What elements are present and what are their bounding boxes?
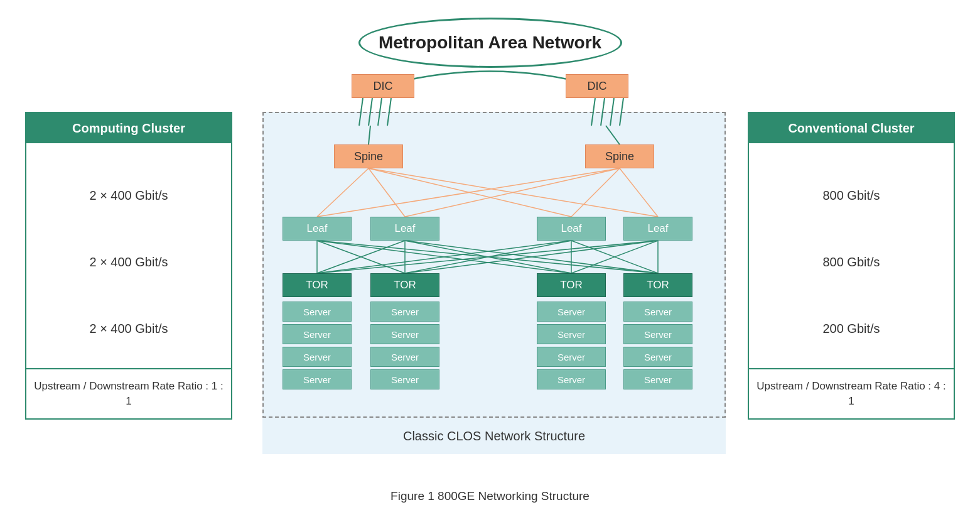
dic-left: DIC <box>352 74 414 98</box>
server-c4r2: Server <box>623 324 692 344</box>
dic-right: DIC <box>566 74 628 98</box>
server-c1r3: Server <box>283 347 352 367</box>
computing-rate-3: 2 × 400 Gbit/s <box>89 322 168 336</box>
server-c4r3: Server <box>623 347 692 367</box>
leaf-3: Leaf <box>537 217 606 241</box>
server-c4r1: Server <box>623 302 692 322</box>
server-c2r3: Server <box>370 347 439 367</box>
computing-cluster-content: 2 × 400 Gbit/s 2 × 400 Gbit/s 2 × 400 Gb… <box>26 143 231 368</box>
leaf-2: Leaf <box>370 217 439 241</box>
leaf-1: Leaf <box>283 217 352 241</box>
man-oval: Metropolitan Area Network <box>358 18 622 68</box>
server-c3r1: Server <box>537 302 606 322</box>
conventional-cluster-header: Conventional Cluster <box>749 113 954 143</box>
figure-caption: Figure 1 800GE Networking Structure <box>390 489 590 503</box>
conventional-rate-2: 800 Gbit/s <box>822 255 880 269</box>
main-container: Metropolitan Area Network DIC DIC Spine … <box>0 0 980 522</box>
computing-cluster-header: Computing Cluster <box>26 113 231 143</box>
conventional-rate-3: 200 Gbit/s <box>822 322 880 336</box>
server-c3r4: Server <box>537 369 606 389</box>
spine-left: Spine <box>334 144 403 168</box>
server-c1r2: Server <box>283 324 352 344</box>
server-c2r2: Server <box>370 324 439 344</box>
computing-rate-1: 2 × 400 Gbit/s <box>89 188 168 203</box>
conventional-cluster-content: 800 Gbit/s 800 Gbit/s 200 Gbit/s <box>749 143 954 368</box>
spine-right: Spine <box>585 144 654 168</box>
tor-2: TOR <box>370 273 439 297</box>
clos-label: Classic CLOS Network Structure <box>262 416 726 454</box>
computing-rate-2: 2 × 400 Gbit/s <box>89 255 168 269</box>
man-label: Metropolitan Area Network <box>379 33 601 53</box>
computing-cluster-footer: Upstream / Downstream Rate Ratio : 1 : 1 <box>26 368 231 418</box>
tor-4: TOR <box>623 273 692 297</box>
server-c2r4: Server <box>370 369 439 389</box>
leaf-4: Leaf <box>623 217 692 241</box>
tor-3: TOR <box>537 273 606 297</box>
server-c3r3: Server <box>537 347 606 367</box>
server-c2r1: Server <box>370 302 439 322</box>
conventional-cluster: Conventional Cluster 800 Gbit/s 800 Gbit… <box>748 112 955 420</box>
conventional-rate-1: 800 Gbit/s <box>822 188 880 203</box>
tor-1: TOR <box>283 273 352 297</box>
computing-cluster: Computing Cluster 2 × 400 Gbit/s 2 × 400… <box>25 112 232 420</box>
server-c1r4: Server <box>283 369 352 389</box>
conventional-cluster-footer: Upstream / Downstream Rate Ratio : 4 : 1 <box>749 368 954 418</box>
server-c4r4: Server <box>623 369 692 389</box>
server-c3r2: Server <box>537 324 606 344</box>
server-c1r1: Server <box>283 302 352 322</box>
